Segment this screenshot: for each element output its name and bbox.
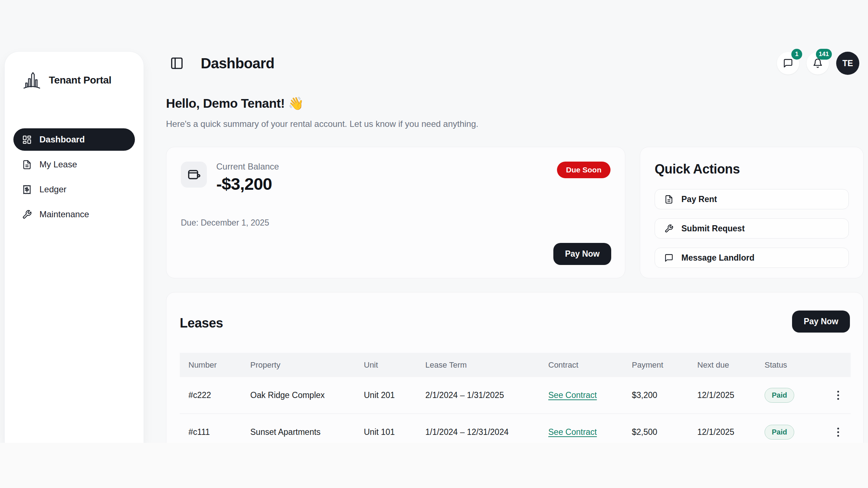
notifications-badge: 141 — [816, 49, 832, 60]
brand: Tenant Portal — [21, 70, 144, 91]
wrench-icon — [664, 224, 673, 233]
see-contract-link[interactable]: See Contract — [548, 390, 597, 400]
lease-payment: $2,500 — [632, 427, 697, 437]
quick-actions-list: Pay Rent Submit Request — [655, 189, 849, 268]
message-square-icon — [664, 253, 673, 262]
column-header: Lease Term — [425, 360, 548, 370]
lease-next-due: 12/1/2025 — [697, 427, 765, 437]
due-date: Due: December 1, 2025 — [181, 218, 269, 228]
sidebar-item-label: Maintenance — [39, 209, 89, 219]
table-row: #c222 Oak Ridge Complex Unit 201 2/1/202… — [180, 377, 851, 414]
wrench-icon — [22, 210, 32, 219]
column-header: Next due — [697, 360, 765, 370]
leases-pay-now-button[interactable]: Pay Now — [792, 311, 850, 333]
row-menu-button[interactable] — [833, 391, 843, 400]
column-header: Number — [188, 360, 250, 370]
sidebar-item-label: Ledger — [39, 184, 67, 194]
balance-card: Current Balance -$3,200 Due Soon Due: De… — [166, 147, 625, 278]
column-header: Property — [250, 360, 364, 370]
receipt-icon — [22, 185, 32, 194]
pay-now-button[interactable]: Pay Now — [553, 243, 611, 265]
sidebar-item-dashboard[interactable]: Dashboard — [13, 128, 135, 151]
sidebar-nav: Dashboard My Lease Ledge — [13, 128, 135, 226]
sidebar-item-ledger[interactable]: Ledger — [13, 178, 135, 201]
see-contract-link[interactable]: See Contract — [548, 427, 597, 437]
notifications-button[interactable]: 141 — [807, 52, 829, 74]
topbar: Dashboard 1 141 — [166, 50, 864, 77]
column-header: Status — [765, 360, 833, 370]
column-header: Unit — [364, 360, 425, 370]
lease-property: Oak Ridge Complex — [250, 390, 364, 400]
file-text-icon — [22, 160, 32, 170]
balance-amount: -$3,200 — [216, 174, 279, 194]
pay-rent-button[interactable]: Pay Rent — [655, 189, 849, 209]
action-label: Message Landlord — [681, 253, 754, 263]
balance-text: Current Balance -$3,200 — [216, 162, 279, 194]
greeting-title: Hello, Demo Tenant! 👋 — [166, 96, 478, 111]
sidebar-item-maintenance[interactable]: Maintenance — [13, 203, 135, 226]
sidebar-item-label: Dashboard — [39, 134, 85, 145]
column-header: Contract — [548, 360, 632, 370]
panel-left-icon[interactable] — [170, 56, 184, 70]
action-label: Pay Rent — [681, 194, 717, 204]
lease-term: 1/1/2024 – 12/31/2024 — [425, 427, 548, 437]
sidebar-item-my-lease[interactable]: My Lease — [13, 153, 135, 176]
lease-term: 2/1/2024 – 1/31/2025 — [425, 390, 548, 400]
main-content: Dashboard 1 141 — [166, 0, 864, 443]
table-row: #c111 Sunset Apartments Unit 101 1/1/202… — [180, 414, 851, 443]
sidebar: Tenant Portal Dashboard — [4, 51, 144, 443]
status-badge: Paid — [765, 425, 794, 440]
balance-label: Current Balance — [216, 162, 279, 172]
message-square-icon — [783, 58, 793, 68]
quick-actions-card: Quick Actions Pay Rent — [640, 147, 864, 278]
wave-emoji: 👋 — [288, 96, 304, 110]
bell-icon — [813, 58, 823, 68]
avatar[interactable]: TE — [836, 52, 859, 75]
lease-next-due: 12/1/2025 — [697, 390, 765, 400]
lease-property: Sunset Apartments — [250, 427, 364, 437]
leases-title: Leases — [180, 316, 223, 331]
quick-actions-title: Quick Actions — [655, 162, 849, 177]
lease-payment: $3,200 — [632, 390, 697, 400]
buildings-logo-icon — [21, 70, 42, 91]
layout-dashboard-icon — [22, 135, 32, 145]
page-title: Dashboard — [201, 55, 275, 72]
app-viewport: Tenant Portal Dashboard — [0, 0, 868, 443]
topbar-actions: 1 141 TE — [777, 52, 864, 75]
lease-unit: Unit 201 — [364, 390, 425, 400]
wallet-icon — [181, 162, 207, 188]
submit-request-button[interactable]: Submit Request — [655, 218, 849, 239]
balance-head: Current Balance -$3,200 Due Soon — [181, 162, 610, 194]
lease-number: #c111 — [188, 427, 250, 437]
messages-button[interactable]: 1 — [777, 52, 799, 74]
column-header: Payment — [632, 360, 697, 370]
row-menu-button[interactable] — [833, 428, 843, 437]
lease-unit: Unit 101 — [364, 427, 425, 437]
due-soon-badge: Due Soon — [557, 162, 610, 178]
action-label: Submit Request — [681, 224, 745, 234]
leases-table: Number Property Unit Lease Term Contract… — [180, 353, 851, 443]
summary-cards-row: Current Balance -$3,200 Due Soon Due: De… — [166, 147, 864, 278]
message-landlord-button[interactable]: Message Landlord — [655, 248, 849, 268]
brand-name: Tenant Portal — [49, 74, 111, 86]
table-header-row: Number Property Unit Lease Term Contract… — [180, 353, 851, 377]
messages-badge: 1 — [791, 49, 802, 60]
file-text-icon — [664, 195, 673, 204]
greeting: Hello, Demo Tenant! 👋 Here's a quick sum… — [166, 96, 478, 129]
leases-head: Leases Pay Now — [180, 307, 850, 333]
sidebar-item-label: My Lease — [39, 159, 77, 170]
greeting-subtitle: Here's a quick summary of your rental ac… — [166, 119, 478, 129]
lease-number: #c222 — [188, 390, 250, 400]
leases-card: Leases Pay Now Number Property Unit Leas… — [166, 292, 864, 443]
status-badge: Paid — [765, 388, 794, 403]
